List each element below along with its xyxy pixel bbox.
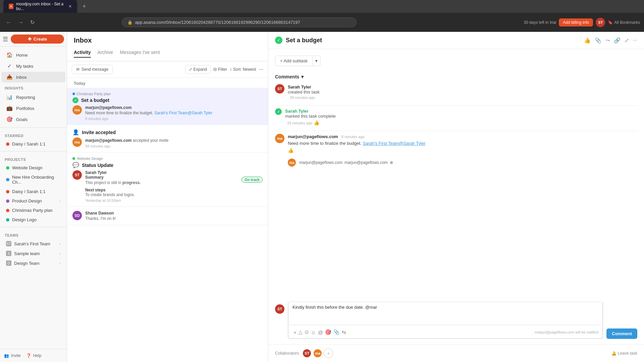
browser-titlebar: A moodjoy.com inbox - Set a bu... ✕ + — [0, 0, 644, 13]
comment-input-box: Kindly finish this before the due date. … — [288, 302, 603, 339]
chevron-right-icon: › — [59, 261, 61, 265]
sort-button[interactable]: ↕ Sort: Newest — [230, 67, 256, 72]
task-complete-icon: ✓ — [275, 37, 282, 44]
sidebar-item-sarahs-first-team[interactable]: ST Sarah's First Team › — [1, 239, 65, 248]
help-button[interactable]: ❓ Help — [25, 352, 43, 359]
comment-textarea[interactable]: Kindly finish this before the due date. … — [288, 302, 603, 325]
item-message: Thanks, I'm on it! — [85, 216, 263, 221]
sidebar-item-daisy-sarah-2[interactable]: Daisy / Sarah 1:1 — [1, 187, 65, 196]
comment-link[interactable]: Sarah's First Team@Sarah Tyler — [363, 141, 425, 146]
item-time: 8 minutes ago — [85, 117, 263, 121]
active-tab[interactable]: A moodjoy.com inbox - Set a bu... ✕ — [3, 0, 77, 13]
sidebar-item-home[interactable]: 🏠 Home — [1, 50, 65, 60]
complete-action-icon: ✓ — [275, 108, 282, 115]
sidebar-item-daisy-sarah[interactable]: Daisy / Sarah 1:1 — [1, 139, 65, 148]
like-comment-button[interactable]: 👍 — [288, 148, 293, 153]
comments-header[interactable]: Comments ▾ — [275, 74, 637, 79]
inbox-item-invite-accepted[interactable]: 👤 Invite accepted ma marjun@pageflows.co… — [67, 125, 268, 153]
item-time: 58 minutes ago — [85, 144, 263, 148]
sidebar-item-my-tasks[interactable]: ✓ My tasks — [1, 61, 65, 71]
sidebar-item-new-hire[interactable]: New Hire Onboarding Ch... — [1, 173, 65, 187]
comment-time: 8 minutes ago — [341, 135, 365, 139]
detail-task-title: Set a budget — [286, 37, 581, 44]
sidebar-item-inbox[interactable]: 📥 Inbox — [1, 72, 65, 82]
collaborators-label: Collaborators — [275, 351, 299, 356]
sidebar-item-website-design[interactable]: Website Design — [1, 163, 65, 172]
comment-input-row: ST Kindly finish this before the due dat… — [275, 302, 637, 339]
link-button[interactable]: 🔗 — [614, 37, 621, 44]
forward-button[interactable]: ⤳ — [605, 37, 610, 44]
sidebar-item-reporting[interactable]: 📊 Reporting — [1, 92, 65, 103]
sender-name: marjun@pageflows.com — [85, 138, 131, 143]
reload-button[interactable]: ↻ — [28, 17, 37, 27]
sidebar-item-left: Daisy / Sarah 1:1 — [6, 141, 46, 146]
send-message-button[interactable]: ✉ Send message — [72, 65, 113, 74]
team-icon: ST — [6, 241, 11, 246]
mention-button[interactable]: @ — [317, 328, 324, 336]
reply-options-icon: ⊕ — [390, 160, 393, 165]
inbox-item-status-update[interactable]: Website Design On track 💬 Status Update … — [67, 153, 268, 207]
starred-section-header: Starred — [0, 130, 67, 139]
expand-button[interactable]: ⤢ Expand — [185, 65, 211, 74]
forward-button[interactable]: → — [16, 17, 25, 27]
inbox-item-set-a-budget[interactable]: Christmas Party plan ✓ Set a budget ma m… — [67, 88, 268, 125]
main-content: Inbox Activity Archive Messages I've sen… — [67, 32, 644, 362]
add-subtask-main-button[interactable]: + Add subtask — [275, 56, 313, 66]
commenter-name: Sarah Tyler — [285, 109, 309, 114]
sidebar-item-christmas-party[interactable]: Christmas Party plan — [1, 206, 65, 215]
add-collaborator-button[interactable]: + — [324, 349, 333, 358]
team-icon: D — [6, 260, 11, 266]
like-button[interactable]: 👍 — [584, 37, 591, 44]
leave-task-button[interactable]: 🔔 Leave task — [611, 351, 637, 356]
status-update-content: ST Sarah Tyler Summary This project is s… — [72, 170, 263, 202]
sidebar-item-goals[interactable]: 🎯 Goals — [1, 114, 65, 125]
sidebar-item-design-logo[interactable]: Design Logo — [1, 215, 65, 224]
more-options-button[interactable]: ··· — [633, 37, 637, 43]
smiley-button[interactable]: ☺ — [310, 328, 317, 336]
tab-messages-sent[interactable]: Messages I've sent — [120, 48, 160, 58]
more-options-button[interactable]: ··· — [259, 66, 263, 72]
emoji-button[interactable]: ⊙ — [304, 328, 310, 336]
invite-button[interactable]: 👥 Invite — [3, 352, 22, 359]
sender-avatar: ma — [72, 137, 82, 147]
current-user-avatar: ST — [275, 304, 284, 314]
comment-text: Need more time to finalize the budget. S… — [288, 140, 637, 146]
add-subtask-dropdown-button[interactable]: ▾ — [313, 56, 321, 66]
teams-section-header: Teams — [0, 230, 67, 239]
commenter-avatar: ma — [275, 134, 284, 143]
sidebar-item-sample-team[interactable]: S Sample team › — [1, 249, 65, 258]
bookmarks-button[interactable]: 🔖 All Bookmarks — [608, 20, 640, 25]
like-comment-button[interactable]: 👍 — [314, 120, 319, 125]
tab-close-button[interactable]: ✕ — [68, 4, 72, 9]
add-billing-button[interactable]: Add billing info — [559, 18, 593, 26]
attach-button[interactable]: 📎 — [595, 37, 601, 44]
tab-archive[interactable]: Archive — [98, 48, 113, 58]
comment-textarea-wrapper: Kindly finish this before the due date. … — [288, 302, 603, 339]
address-bar[interactable]: 🔒 app.asana.com/0/inbox/1206160204288770… — [122, 17, 357, 27]
hamburger-button[interactable]: ☰ — [3, 36, 8, 43]
goal-button[interactable]: 🎯 — [324, 328, 332, 336]
filter-button[interactable]: ⊟ Filter — [213, 67, 227, 72]
comment-submit-button[interactable]: Comment — [606, 328, 637, 339]
bell-icon: 🔔 — [611, 351, 616, 356]
inbox-feed: Today Christmas Party plan ✓ Set a budge… — [67, 78, 268, 362]
inbox-item-shane[interactable]: SD Shane Dawson Thanks, I'm on it! — [67, 207, 268, 225]
tab-activity[interactable]: Activity — [74, 48, 91, 58]
back-button[interactable]: ← — [4, 17, 13, 27]
expand-button[interactable]: ⤢ — [625, 37, 629, 44]
sidebar-item-design-team[interactable]: D Design Team › — [1, 258, 65, 268]
new-tab-button[interactable]: + — [80, 2, 89, 11]
user-avatar-nav[interactable]: ST — [596, 18, 605, 27]
create-button[interactable]: ✚ Create — [11, 35, 64, 44]
portfolios-icon: 💼 — [6, 105, 13, 111]
sidebar-item-portfolios[interactable]: 💼 Portfolios — [1, 103, 65, 114]
sidebar-item-product-design[interactable]: Product Design › — [1, 196, 65, 205]
help-icon: ❓ — [26, 353, 31, 358]
bold-button[interactable]: + — [292, 328, 298, 336]
format-button[interactable]: ⇆ — [341, 328, 347, 336]
message-link[interactable]: Sarah's First Team@Sarah Tyler — [154, 111, 212, 115]
italic-button[interactable]: △ — [298, 328, 304, 336]
tasks-icon: ✓ — [6, 63, 13, 69]
chat-icon: 💬 — [72, 162, 79, 168]
attach-button[interactable]: 📎 — [332, 328, 341, 336]
